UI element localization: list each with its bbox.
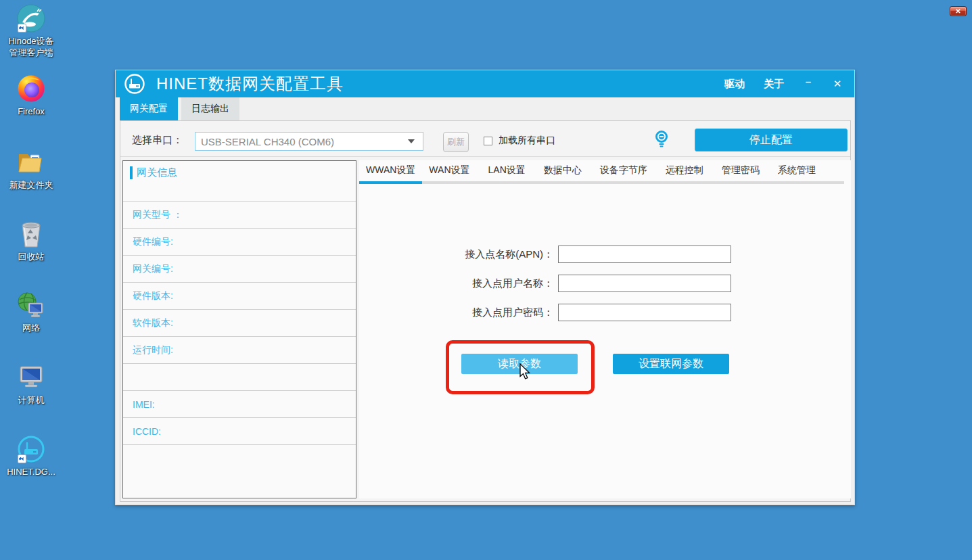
gateway-info-row-label: 硬件版本:: [133, 290, 173, 302]
remote-close-button[interactable]: ✕: [950, 6, 967, 16]
wwan-form-fields: 接入点名称(APN)：接入点用户名称：接入点用户密码：: [359, 246, 851, 333]
settings-tab-7[interactable]: 系统管理: [771, 160, 823, 184]
form-row: 接入点名称(APN)：: [359, 246, 851, 263]
app-window: HINET数据网关配置工具 驱动 关于 – ✕ 网关配置 日志输出 选择串口： …: [115, 70, 855, 505]
form-field-label: 接入点用户名称：: [359, 277, 553, 290]
gateway-info-row: [123, 444, 356, 498]
gateway-info-row: ICCID:: [123, 417, 356, 444]
gateway-info-row-label: 运行时间:: [133, 344, 173, 356]
load-all-ports-label: 加载所有串口: [499, 135, 555, 147]
port-row: 选择串口： USB-SERIAL CH340 (COM6) 刷新 加载所有串口 …: [120, 121, 850, 157]
hinode-client-icon: [17, 4, 45, 32]
gateway-info-row: 网关型号 ：: [123, 201, 356, 228]
settings-panel: WWAN设置WAN设置LAN设置数据中心设备字节序远程控制管理密码系统管理 接入…: [359, 160, 851, 498]
gateway-info-row-label: IMEI:: [133, 399, 155, 410]
gateway-info-row: IMEI:: [123, 390, 356, 417]
settings-tab-2[interactable]: LAN设置: [482, 160, 532, 184]
desktop-icon-recycle-bin[interactable]: 回收站: [0, 220, 62, 262]
gateway-info-row: 软件版本:: [123, 309, 356, 336]
read-params-button[interactable]: 读取参数: [461, 354, 578, 374]
driver-button[interactable]: 驱动: [724, 78, 745, 91]
desktop-icon-label: Hinode设备 管理客户端: [8, 35, 53, 58]
desktop-icon-label: 计算机: [18, 394, 45, 406]
desktop-icon-network[interactable]: 网络: [0, 291, 62, 333]
gateway-info-row-label: 软件版本:: [133, 317, 173, 329]
port-select-label: 选择串口：: [132, 134, 183, 147]
settings-tab-0[interactable]: WWAN设置: [359, 160, 422, 184]
load-all-ports-checkbox[interactable]: [484, 137, 492, 145]
port-select-dropdown[interactable]: USB-SERIAL CH340 (COM6): [195, 132, 423, 151]
tab-gateway-config[interactable]: 网关配置: [120, 97, 178, 120]
gateway-info-row-label: 网关编号:: [133, 263, 173, 275]
settings-tab-4[interactable]: 设备字节序: [593, 160, 654, 184]
hinet-dg-icon: [17, 435, 45, 463]
refresh-button[interactable]: 刷新: [443, 132, 469, 152]
gateway-info-row: 硬件版本:: [123, 282, 356, 309]
form-field-input[interactable]: [558, 304, 731, 321]
gateway-info-panel: 网关信息 网关型号 ：硬件编号:网关编号:硬件版本:软件版本:运行时间:IMEI…: [122, 160, 356, 498]
computer-icon: [17, 363, 45, 392]
stop-config-button[interactable]: 停止配置: [695, 129, 848, 151]
form-field-label: 接入点用户密码：: [359, 306, 553, 319]
app-router-icon: [124, 73, 145, 95]
gateway-info-row: [123, 363, 356, 390]
recycle-bin-icon: [17, 220, 45, 248]
form-field-label: 接入点名称(APN)：: [359, 248, 553, 261]
shortcut-arrow-icon: [18, 454, 26, 463]
gateway-info-row: 网关编号:: [123, 255, 356, 282]
settings-tab-6[interactable]: 管理密码: [715, 160, 766, 184]
gateway-info-row: 硬件编号:: [123, 228, 356, 255]
desktop-icon-label: 新建文件夹: [9, 179, 53, 191]
desktop-icon-computer[interactable]: 计算机: [0, 363, 62, 406]
form-row: 接入点用户名称：: [359, 275, 851, 292]
desktop-icon-new-folder[interactable]: 新建文件夹: [0, 148, 62, 191]
port-select-value: USB-SERIAL CH340 (COM6): [201, 136, 334, 147]
gateway-info-row-label: ICCID:: [133, 426, 161, 437]
desktop: { "desktop": { "icons": [ { "label_line1…: [0, 0, 972, 560]
gateway-info-row-label: 硬件编号:: [133, 236, 173, 248]
settings-tab-3[interactable]: 数据中心: [537, 160, 588, 184]
chevron-down-icon: [408, 139, 415, 143]
desktop-icon-label: Firefox: [18, 106, 45, 117]
desktop-icon-label: HINET.DG...: [7, 466, 55, 477]
form-field-input[interactable]: [558, 275, 731, 292]
firefox-icon: [17, 74, 45, 103]
titlebar: HINET数据网关配置工具 驱动 关于 – ✕: [116, 70, 854, 97]
gateway-info-row: 运行时间:: [123, 336, 356, 363]
desktop-icon-hinode-client[interactable]: Hinode设备 管理客户端: [0, 4, 62, 58]
desktop-icon-hinet-dg[interactable]: HINET.DG...: [0, 435, 62, 477]
accent-bar: [130, 166, 133, 179]
settings-tab-1[interactable]: WAN设置: [422, 160, 476, 184]
settings-tab-5[interactable]: 远程控制: [659, 160, 710, 184]
close-button[interactable]: ✕: [831, 78, 843, 90]
minimize-button[interactable]: –: [803, 76, 814, 87]
tab-log-output[interactable]: 日志输出: [181, 97, 239, 120]
gateway-info-title: 网关信息: [137, 166, 177, 179]
window-content: 选择串口： USB-SERIAL CH340 (COM6) 刷新 加载所有串口 …: [120, 120, 851, 502]
about-button[interactable]: 关于: [764, 78, 784, 91]
gateway-info-header: 网关信息: [123, 161, 356, 201]
form-row: 接入点用户密码：: [359, 304, 851, 321]
shortcut-arrow-icon: [18, 24, 26, 32]
form-field-input[interactable]: [558, 246, 731, 263]
gateway-info-row-label: 网关型号 ：: [133, 209, 183, 221]
gateway-info-rows: 网关型号 ：硬件编号:网关编号:硬件版本:软件版本:运行时间:IMEI:ICCI…: [123, 201, 356, 498]
bulb-status-icon: [654, 130, 669, 149]
folder-icon: [17, 148, 45, 177]
settings-tabs: WWAN设置WAN设置LAN设置数据中心设备字节序远程控制管理密码系统管理: [359, 160, 851, 184]
network-icon: [17, 291, 45, 319]
desktop-icon-label: 回收站: [18, 251, 45, 262]
set-network-params-button[interactable]: 设置联网参数: [613, 354, 729, 374]
main-tabs: 网关配置 日志输出: [120, 97, 239, 120]
desktop-icon-firefox[interactable]: Firefox: [0, 74, 62, 117]
window-title: HINET数据网关配置工具: [156, 73, 344, 95]
desktop-icon-label: 网络: [22, 322, 40, 333]
